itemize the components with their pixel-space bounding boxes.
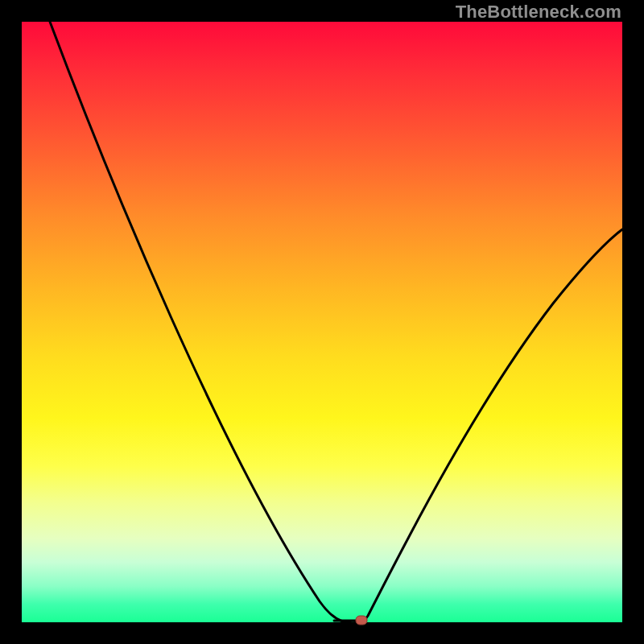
chart-frame: TheBottleneck.com <box>0 0 644 644</box>
optimal-point-marker <box>356 616 367 625</box>
bottleneck-curve <box>50 22 622 623</box>
attribution-text: TheBottleneck.com <box>456 2 621 23</box>
chart-svg <box>22 22 622 622</box>
